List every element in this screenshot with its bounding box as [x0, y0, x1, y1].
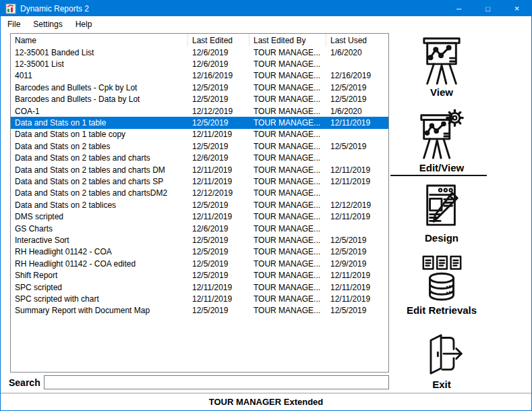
table-row[interactable]: RH Headlight 01142 - COA 12/5/2019 TOUR …: [11, 246, 388, 258]
cell-last-edited-by: TOUR MANAGE...: [249, 234, 326, 246]
close-button[interactable]: ×: [502, 1, 531, 16]
table-row[interactable]: Data and Stats on 2 tables and charts DM…: [11, 164, 388, 175]
cell-last-edited-by: TOUR MANAGE...: [249, 70, 326, 82]
cell-last-edited: 12/6/2019: [187, 58, 249, 70]
column-header-last-used[interactable]: Last Used: [326, 34, 388, 47]
cell-name: Barcodes and Bullets - Data by Lot: [11, 94, 187, 105]
cell-name: Data and Stats on 2 tables and charts DM: [11, 164, 187, 175]
cell-last-edited-by: TOUR MANAGE...: [249, 188, 326, 199]
window-title: Dynamic Reports 2: [20, 4, 444, 13]
table-row[interactable]: Data and Stats on 2 tablices 12/5/2019 T…: [11, 199, 388, 211]
table-row[interactable]: Interactive Sort 12/5/2019 TOUR MANAGE..…: [11, 234, 388, 246]
cell-last-edited-by: TOUR MANAGE...: [249, 47, 326, 58]
status-text: TOUR MANAGER Extended: [209, 397, 324, 407]
cell-name: 12-35001 Banded List: [11, 47, 187, 58]
cell-last-used: 12/12/2019: [326, 199, 388, 211]
exit-label: Exit: [432, 379, 451, 390]
table-row[interactable]: 12-35001 List 12/6/2019 TOUR MANAGE...: [11, 58, 388, 70]
cell-last-used: 12/11/2019: [326, 164, 388, 175]
cell-last-used: 12/5/2019: [326, 94, 388, 105]
cell-name: DMS scripted: [11, 211, 187, 222]
cell-last-used: [326, 153, 388, 164]
cell-last-edited: 12/11/2019: [187, 293, 249, 304]
presentation-chart-gear-icon: [419, 109, 464, 161]
table-row[interactable]: DMS scripted 12/11/2019 TOUR MANAGE... 1…: [11, 211, 388, 222]
cell-last-used: 12/11/2019: [326, 269, 388, 281]
table-row[interactable]: Barcodes and Bullets - Cpk by Lot 12/5/2…: [11, 82, 388, 93]
table-row[interactable]: Data and Stats on 1 table copy 12/11/201…: [11, 129, 388, 140]
cell-last-used: 12/11/2019: [326, 117, 388, 128]
cell-last-used: 12/9/2019: [326, 258, 388, 269]
cell-name: 12-35001 List: [11, 58, 187, 70]
menu-help[interactable]: Help: [69, 17, 98, 32]
cell-last-edited-by: TOUR MANAGE...: [249, 281, 326, 293]
cell-last-edited: 12/12/2019: [187, 105, 249, 117]
menu-bar: File Settings Help: [1, 16, 531, 32]
view-label: View: [430, 86, 453, 98]
cell-name: GS Charts: [11, 223, 187, 234]
cell-name: Data and Stats on 2 tables and charts: [11, 153, 187, 164]
table-row[interactable]: Data and Stats on 2 tables 12/5/2019 TOU…: [11, 140, 388, 152]
table-row[interactable]: SPC scripted 12/11/2019 TOUR MANAGE... 1…: [11, 281, 388, 293]
cell-last-used: 1/6/2020: [326, 47, 388, 58]
minimize-button[interactable]: –: [444, 1, 473, 16]
table-row[interactable]: SPC scripted with chart 12/11/2019 TOUR …: [11, 293, 388, 304]
search-label: Search: [9, 377, 40, 388]
cell-last-edited-by: TOUR MANAGE...: [249, 246, 326, 258]
table-row[interactable]: RH Headlight 01142 - COA edited 12/5/201…: [11, 258, 388, 269]
menu-file[interactable]: File: [1, 17, 26, 32]
window-controls: – □ ×: [444, 1, 531, 16]
status-bar: TOUR MANAGER Extended: [1, 393, 531, 410]
cell-last-edited: 12/5/2019: [187, 246, 249, 258]
table-row[interactable]: Data and Stats on 1 table 12/5/2019 TOUR…: [11, 117, 388, 128]
cell-last-edited: 12/6/2019: [187, 223, 249, 234]
cell-last-edited-by: TOUR MANAGE...: [249, 58, 326, 70]
cell-name: COA-1: [11, 105, 187, 117]
cell-name: Data and Stats on 2 tablices: [11, 199, 187, 211]
edit-retrievals-label: Edit Retrievals: [407, 304, 477, 316]
cell-last-edited: 12/11/2019: [187, 175, 249, 187]
edit-view-label: Edit/View: [419, 162, 464, 173]
column-header-name[interactable]: Name: [11, 34, 187, 47]
table-row[interactable]: Shift Report 12/5/2019 TOUR MANAGE... 12…: [11, 269, 388, 281]
cell-name: RH Headlight 01142 - COA edited: [11, 258, 187, 269]
maximize-button[interactable]: □: [473, 1, 502, 16]
cell-name: SPC scripted with chart: [11, 293, 187, 304]
cell-last-edited: 12/11/2019: [187, 281, 249, 293]
column-header-last-edited-by[interactable]: Last Edited By: [249, 34, 326, 47]
search-input[interactable]: [44, 375, 389, 389]
design-button[interactable]: Design: [390, 184, 493, 244]
cell-last-edited: 12/5/2019: [187, 269, 249, 281]
cell-name: Interactive Sort: [11, 234, 187, 246]
table-row[interactable]: 4011 12/16/2019 TOUR MANAGE... 12/16/201…: [11, 70, 388, 82]
menu-settings[interactable]: Settings: [27, 17, 68, 32]
cell-last-edited: 12/5/2019: [187, 140, 249, 152]
cell-last-edited: 12/6/2019: [187, 153, 249, 164]
cell-last-edited: 12/5/2019: [187, 94, 249, 105]
cell-last-edited: 12/6/2019: [187, 47, 249, 58]
cell-last-edited: 12/11/2019: [187, 164, 249, 175]
column-header-last-edited[interactable]: Last Edited: [187, 34, 249, 47]
table-row[interactable]: GS Charts 12/6/2019 TOUR MANAGE...: [11, 223, 388, 234]
edit-retrievals-button[interactable]: Edit Retrievals: [390, 254, 493, 316]
cell-last-edited-by: TOUR MANAGE...: [249, 293, 326, 304]
table-row[interactable]: Summary Report with Document Map 12/5/20…: [11, 305, 388, 317]
table-row[interactable]: Data and Stats on 2 tables and charts 12…: [11, 153, 388, 164]
table-row[interactable]: Barcodes and Bullets - Data by Lot 12/5/…: [11, 94, 388, 105]
cell-last-edited-by: TOUR MANAGE...: [249, 117, 326, 128]
cell-last-used: [326, 223, 388, 234]
cell-name: Data and Stats on 2 tables and charts SP: [11, 175, 187, 187]
table-row[interactable]: Data and Stats on 2 tables and chartsDM2…: [11, 188, 388, 199]
cell-name: Shift Report: [11, 269, 187, 281]
cell-name: RH Headlight 01142 - COA: [11, 246, 187, 258]
table-row[interactable]: COA-1 12/12/2019 TOUR MANAGE... 1/6/2020: [11, 105, 388, 117]
edit-view-button[interactable]: Edit/View: [390, 109, 493, 173]
cell-last-edited-by: TOUR MANAGE...: [249, 140, 326, 152]
cell-name: 4011: [11, 70, 187, 82]
exit-button[interactable]: Exit: [390, 331, 493, 390]
table-row[interactable]: 12-35001 Banded List 12/6/2019 TOUR MANA…: [11, 47, 388, 58]
cell-last-edited-by: TOUR MANAGE...: [249, 105, 326, 117]
cell-last-edited: 12/5/2019: [187, 305, 249, 317]
table-row[interactable]: Data and Stats on 2 tables and charts SP…: [11, 175, 388, 187]
view-button[interactable]: View: [390, 36, 493, 98]
